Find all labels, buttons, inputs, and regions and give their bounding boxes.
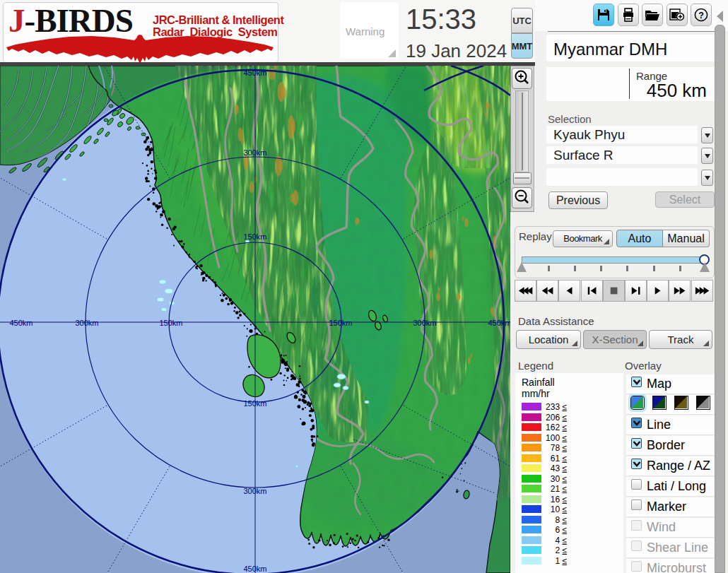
svg-text:450km: 450km <box>9 319 33 327</box>
svg-text:150km: 150km <box>243 232 266 241</box>
svg-text:450km: 450km <box>243 565 266 573</box>
svg-text:150km: 150km <box>159 319 182 327</box>
svg-text:300km: 300km <box>243 148 266 157</box>
svg-text:300km: 300km <box>75 319 98 327</box>
svg-text:450km: 450km <box>243 69 266 77</box>
svg-text:?: ? <box>698 11 704 20</box>
svg-text:150km: 150km <box>243 399 266 408</box>
svg-text:450km: 450km <box>488 319 510 327</box>
svg-text:300km: 300km <box>243 487 266 495</box>
svg-text:300km: 300km <box>413 319 436 327</box>
svg-text:150km: 150km <box>329 319 352 327</box>
